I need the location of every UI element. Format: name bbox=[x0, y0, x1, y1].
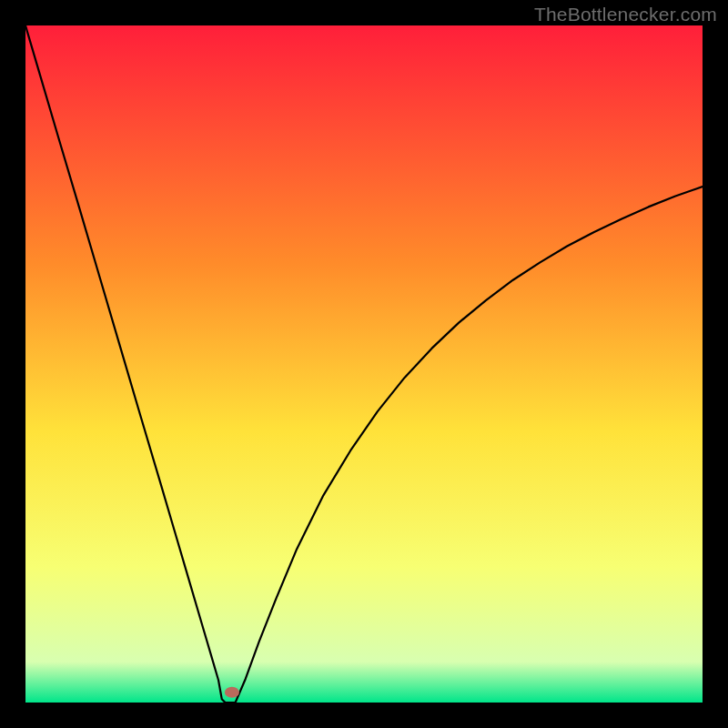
chart-svg bbox=[25, 25, 703, 703]
optimal-marker bbox=[225, 687, 239, 698]
watermark-text: TheBottlenecker.com bbox=[534, 4, 717, 25]
gradient-background bbox=[25, 25, 703, 703]
chart-frame: TheBottlenecker.com bbox=[0, 0, 728, 728]
plot-area bbox=[25, 25, 703, 703]
